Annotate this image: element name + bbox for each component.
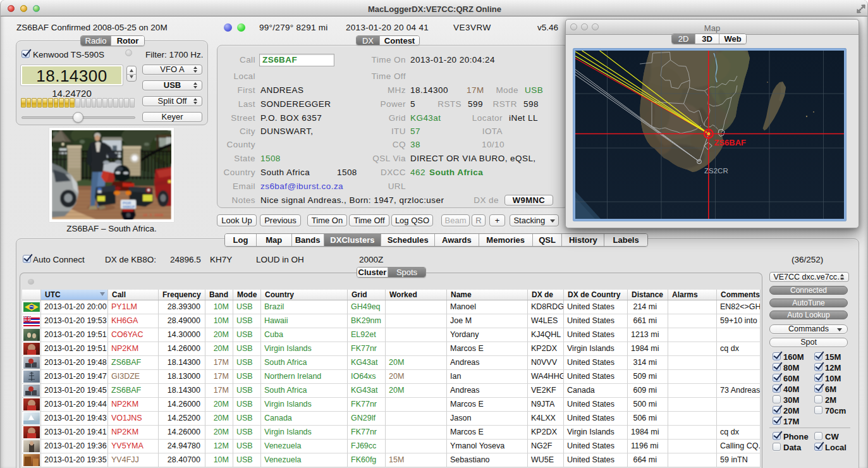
svg-text:068GP: 068GP bbox=[123, 204, 135, 209]
svg-text:ZS2CR: ZS2CR bbox=[704, 167, 728, 175]
svg-text:16 5 2006: 16 5 2006 bbox=[143, 213, 164, 218]
svg-text:ZS6BAF: ZS6BAF bbox=[714, 138, 747, 147]
